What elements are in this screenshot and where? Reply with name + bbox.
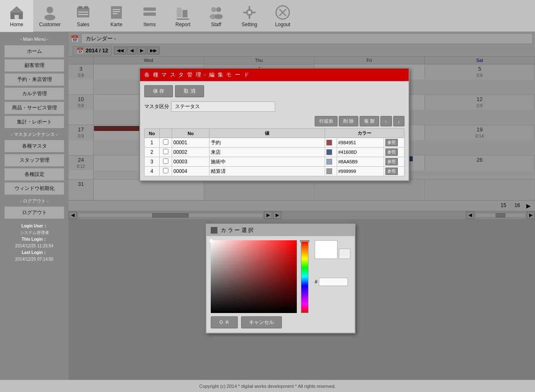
nav-logout-label: Logout xyxy=(275,22,291,27)
cell-ref-3[interactable]: 参照 xyxy=(384,167,404,176)
cell-rownum-2: 3 xyxy=(145,157,160,167)
ref-btn-2[interactable]: 参照 xyxy=(385,158,398,165)
cell-color-hex-1[interactable] xyxy=(337,148,384,157)
nav-items[interactable]: Items xyxy=(133,0,166,32)
nav-staff-label: Staff xyxy=(211,22,221,27)
color-picker-header: カ ラ ー 選 択 xyxy=(207,224,355,236)
input-hex-1[interactable] xyxy=(338,150,370,155)
nav-karte[interactable]: Karte xyxy=(100,0,133,32)
row-checkbox-2[interactable] xyxy=(163,158,168,164)
sidebar-item-reports[interactable]: 集計・レポート xyxy=(4,116,64,128)
sidebar-item-karte[interactable]: カルテ管理 xyxy=(4,87,64,100)
master-save-btn[interactable]: 保 存 xyxy=(144,85,173,97)
input-value-0[interactable] xyxy=(211,140,323,145)
sidebar-item-master[interactable]: 各種マスタ xyxy=(4,140,64,153)
cell-value-1[interactable] xyxy=(210,148,325,157)
cell-no-1[interactable] xyxy=(172,148,210,157)
cell-no-3[interactable] xyxy=(172,167,210,176)
toolbar-delete[interactable]: 削 除 xyxy=(339,116,358,126)
master-modal-header: 各 種 マ ス タ 管 理 - 編 集 モ ー ド xyxy=(140,69,409,81)
cell-ref-1[interactable]: 参照 xyxy=(384,148,404,157)
svg-rect-14 xyxy=(143,7,156,11)
nav-home[interactable]: Home xyxy=(0,0,33,32)
color-gradient[interactable] xyxy=(211,240,297,313)
cell-check-2[interactable] xyxy=(159,157,172,167)
svg-rect-15 xyxy=(143,12,156,16)
nav-customer-label: Customer xyxy=(39,22,61,27)
top-navigation: Home Customer Sales Karte Ite xyxy=(0,0,535,32)
toolbar-up[interactable]: ↑ xyxy=(380,116,392,126)
cell-color-swatch-0 xyxy=(325,138,337,148)
nav-report[interactable]: Report xyxy=(166,0,200,32)
cell-no-2[interactable] xyxy=(172,157,210,167)
nav-staff[interactable]: Staff xyxy=(200,0,233,32)
svg-point-3 xyxy=(47,7,53,13)
sidebar-item-settings[interactable]: 各種設定 xyxy=(4,168,64,181)
hue-slider-container[interactable] xyxy=(301,240,308,313)
svg-rect-9 xyxy=(78,14,88,15)
cell-check-1[interactable] xyxy=(159,148,172,157)
hue-slider[interactable] xyxy=(301,240,308,313)
nav-setting-label: Setting xyxy=(242,22,257,27)
svg-rect-10 xyxy=(111,6,122,19)
sidebar-item-home[interactable]: ホーム xyxy=(4,45,64,58)
col-rownum: No xyxy=(145,129,160,138)
input-hex-3[interactable] xyxy=(338,169,370,174)
cell-value-3[interactable] xyxy=(210,167,325,176)
toolbar-copy[interactable]: 複 製 xyxy=(360,116,379,126)
nav-sales[interactable]: Sales xyxy=(67,0,100,32)
ref-btn-1[interactable]: 参照 xyxy=(385,148,398,156)
ref-btn-0[interactable]: 参照 xyxy=(385,139,398,146)
input-hex-2[interactable] xyxy=(338,159,370,164)
toolbar-down[interactable]: ↓ xyxy=(393,116,405,126)
nav-logout[interactable]: Logout xyxy=(266,0,299,32)
cell-ref-0[interactable]: 参照 xyxy=(384,138,404,148)
sidebar-item-products[interactable]: 商品・サービス管理 xyxy=(4,101,64,114)
color-picker-ok-btn[interactable]: Ｏ Ｋ xyxy=(211,316,238,328)
row-checkbox-1[interactable] xyxy=(163,149,168,154)
input-no-2[interactable] xyxy=(173,159,208,165)
sidebar-logout-btn[interactable]: ログアウト xyxy=(4,206,64,219)
cell-color-hex-0[interactable] xyxy=(337,138,384,148)
color-picker-cancel-btn[interactable]: キャンセル xyxy=(241,316,282,328)
cell-value-0[interactable] xyxy=(210,138,325,148)
ref-btn-3[interactable]: 参照 xyxy=(385,168,398,175)
svg-rect-25 xyxy=(249,6,250,10)
cell-color-swatch-1 xyxy=(325,148,337,157)
sidebar-login-user: システム管理者 xyxy=(0,229,69,237)
input-no-0[interactable] xyxy=(173,140,208,145)
sidebar-last-login: 2014/12/25 07:14:50 xyxy=(0,256,69,263)
sidebar-item-init[interactable]: ウィンドウ初期化 xyxy=(4,182,64,195)
cell-check-0[interactable] xyxy=(159,138,172,148)
input-value-1[interactable] xyxy=(211,149,323,155)
footer-text: Copyright (c) 2014 * digital works devel… xyxy=(199,384,335,389)
svg-rect-8 xyxy=(78,12,88,12)
sidebar-item-customer[interactable]: 顧客管理 xyxy=(4,59,64,72)
sidebar-item-staff[interactable]: スタッフ管理 xyxy=(4,154,64,167)
cell-color-hex-2[interactable] xyxy=(337,157,384,167)
nav-customer[interactable]: Customer xyxy=(33,0,67,32)
row-checkbox-3[interactable] xyxy=(163,168,168,173)
hex-input[interactable] xyxy=(319,278,348,286)
cell-value-2[interactable] xyxy=(210,157,325,167)
input-value-2[interactable] xyxy=(211,159,323,165)
input-no-1[interactable] xyxy=(173,149,208,155)
color-picker-btn-row: Ｏ Ｋ キャンセル xyxy=(211,316,350,328)
cell-no-0[interactable] xyxy=(172,138,210,148)
master-field-row: マスタ区分 ステータス xyxy=(144,101,404,112)
color-picker-icon xyxy=(211,227,217,234)
col-check xyxy=(159,129,172,138)
toolbar-add-row[interactable]: 行追加 xyxy=(315,116,338,126)
cell-ref-2[interactable]: 参照 xyxy=(384,157,404,167)
master-cancel-btn[interactable]: 取 消 xyxy=(175,85,204,97)
cell-color-hex-3[interactable] xyxy=(337,167,384,176)
data-table: No No 値 カラー 1 xyxy=(144,128,404,176)
cell-check-3[interactable] xyxy=(159,167,172,176)
master-modal-title: 各 種 マ ス タ 管 理 - 編 集 モ ー ド xyxy=(144,71,250,78)
nav-setting[interactable]: Setting xyxy=(233,0,266,32)
sidebar-item-appointment[interactable]: 予約・来店管理 xyxy=(4,73,64,86)
row-checkbox-0[interactable] xyxy=(163,139,168,145)
input-hex-0[interactable] xyxy=(338,140,370,145)
input-value-3[interactable] xyxy=(211,168,323,174)
input-no-3[interactable] xyxy=(173,168,208,174)
